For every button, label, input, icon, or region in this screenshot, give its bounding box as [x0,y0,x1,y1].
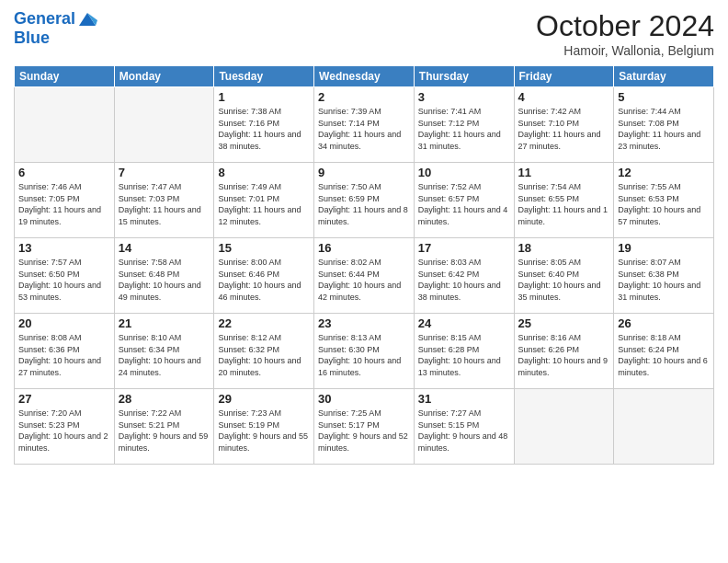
day-info: Sunrise: 7:38 AM Sunset: 7:16 PM Dayligh… [218,106,310,152]
calendar-cell: 12Sunrise: 7:55 AM Sunset: 6:53 PM Dayli… [614,163,714,238]
day-number: 27 [18,392,110,406]
day-info: Sunrise: 8:03 AM Sunset: 6:42 PM Dayligh… [418,257,510,303]
calendar-cell: 26Sunrise: 8:18 AM Sunset: 6:24 PM Dayli… [614,314,714,389]
calendar-cell: 9Sunrise: 7:50 AM Sunset: 6:59 PM Daylig… [314,163,415,238]
calendar-cell: 7Sunrise: 7:47 AM Sunset: 7:03 PM Daylig… [114,163,214,238]
logo: General Blue [14,9,97,48]
day-number: 12 [618,166,710,179]
day-info: Sunrise: 7:22 AM Sunset: 5:21 PM Dayligh… [119,408,210,454]
day-info: Sunrise: 8:05 AM Sunset: 6:40 PM Dayligh… [518,257,610,303]
month-title: October 2024 [536,9,714,43]
day-number: 30 [318,392,410,406]
day-number: 11 [518,166,610,179]
title-block: October 2024 Hamoir, Wallonia, Belgium [536,9,714,58]
day-number: 23 [318,316,410,330]
day-number: 10 [418,166,510,179]
day-number: 9 [318,166,410,179]
day-number: 6 [18,166,110,179]
page: General Blue October 2024 Hamoir, Wallon… [0,0,728,563]
calendar-cell: 18Sunrise: 8:05 AM Sunset: 6:40 PM Dayli… [514,238,614,314]
day-number: 15 [218,241,310,255]
day-info: Sunrise: 8:16 AM Sunset: 6:26 PM Dayligh… [518,332,610,378]
calendar-cell: 8Sunrise: 7:49 AM Sunset: 7:01 PM Daylig… [214,163,314,238]
day-number: 24 [418,316,510,330]
calendar-cell: 30Sunrise: 7:25 AM Sunset: 5:17 PM Dayli… [314,389,415,465]
logo-general: General [14,9,75,28]
logo-blue: Blue [14,29,50,47]
calendar-cell: 28Sunrise: 7:22 AM Sunset: 5:21 PM Dayli… [114,389,214,465]
header-monday: Monday [114,66,214,87]
calendar-cell: 3Sunrise: 7:41 AM Sunset: 7:12 PM Daylig… [414,87,514,163]
day-info: Sunrise: 7:49 AM Sunset: 7:01 PM Dayligh… [218,181,310,227]
day-info: Sunrise: 8:10 AM Sunset: 6:34 PM Dayligh… [119,332,210,378]
day-number: 13 [18,241,110,255]
header-tuesday: Tuesday [214,66,314,87]
day-info: Sunrise: 7:44 AM Sunset: 7:08 PM Dayligh… [618,106,710,152]
location: Hamoir, Wallonia, Belgium [536,43,714,58]
day-info: Sunrise: 7:58 AM Sunset: 6:48 PM Dayligh… [119,257,210,303]
day-info: Sunrise: 7:46 AM Sunset: 7:05 PM Dayligh… [18,181,110,227]
day-info: Sunrise: 8:07 AM Sunset: 6:38 PM Dayligh… [618,257,710,303]
day-number: 14 [119,241,210,255]
day-info: Sunrise: 7:47 AM Sunset: 7:03 PM Dayligh… [119,181,210,227]
calendar-cell: 25Sunrise: 8:16 AM Sunset: 6:26 PM Dayli… [514,314,614,389]
calendar-week-row: 20Sunrise: 8:08 AM Sunset: 6:36 PM Dayli… [15,314,714,389]
calendar-cell: 19Sunrise: 8:07 AM Sunset: 6:38 PM Dayli… [614,238,714,314]
day-number: 31 [418,392,510,406]
logo-icon [77,9,97,29]
day-info: Sunrise: 8:15 AM Sunset: 6:28 PM Dayligh… [418,332,510,378]
calendar-week-row: 13Sunrise: 7:57 AM Sunset: 6:50 PM Dayli… [15,238,714,314]
calendar-cell: 5Sunrise: 7:44 AM Sunset: 7:08 PM Daylig… [614,87,714,163]
header-wednesday: Wednesday [314,66,415,87]
calendar-cell: 11Sunrise: 7:54 AM Sunset: 6:55 PM Dayli… [514,163,614,238]
calendar-cell: 31Sunrise: 7:27 AM Sunset: 5:15 PM Dayli… [414,389,514,465]
day-number: 16 [318,241,410,255]
day-info: Sunrise: 8:08 AM Sunset: 6:36 PM Dayligh… [18,332,110,378]
day-info: Sunrise: 8:13 AM Sunset: 6:30 PM Dayligh… [318,332,410,378]
calendar-week-row: 27Sunrise: 7:20 AM Sunset: 5:23 PM Dayli… [15,389,714,465]
day-number: 28 [119,392,210,406]
calendar-cell [514,389,614,465]
header-saturday: Saturday [614,66,714,87]
day-number: 22 [218,316,310,330]
calendar-table: Sunday Monday Tuesday Wednesday Thursday… [14,65,714,465]
calendar-cell: 4Sunrise: 7:42 AM Sunset: 7:10 PM Daylig… [514,87,614,163]
day-info: Sunrise: 7:54 AM Sunset: 6:55 PM Dayligh… [518,181,610,227]
day-info: Sunrise: 7:55 AM Sunset: 6:53 PM Dayligh… [618,181,710,227]
day-info: Sunrise: 7:57 AM Sunset: 6:50 PM Dayligh… [18,257,110,303]
day-info: Sunrise: 8:18 AM Sunset: 6:24 PM Dayligh… [618,332,710,378]
calendar-cell: 15Sunrise: 8:00 AM Sunset: 6:46 PM Dayli… [214,238,314,314]
calendar-cell: 22Sunrise: 8:12 AM Sunset: 6:32 PM Dayli… [214,314,314,389]
calendar-cell: 23Sunrise: 8:13 AM Sunset: 6:30 PM Dayli… [314,314,415,389]
day-info: Sunrise: 7:20 AM Sunset: 5:23 PM Dayligh… [18,408,110,454]
day-info: Sunrise: 8:02 AM Sunset: 6:44 PM Dayligh… [318,257,410,303]
day-number: 19 [618,241,710,255]
calendar-cell: 27Sunrise: 7:20 AM Sunset: 5:23 PM Dayli… [15,389,115,465]
day-number: 8 [218,166,310,179]
day-number: 20 [18,316,110,330]
day-info: Sunrise: 8:00 AM Sunset: 6:46 PM Dayligh… [218,257,310,303]
day-info: Sunrise: 7:41 AM Sunset: 7:12 PM Dayligh… [418,106,510,152]
day-number: 1 [218,90,310,104]
day-number: 2 [318,90,410,104]
day-info: Sunrise: 7:27 AM Sunset: 5:15 PM Dayligh… [418,408,510,454]
header-sunday: Sunday [15,66,115,87]
day-number: 26 [618,316,710,330]
calendar-cell: 1Sunrise: 7:38 AM Sunset: 7:16 PM Daylig… [214,87,314,163]
day-number: 7 [119,166,210,179]
calendar-cell: 2Sunrise: 7:39 AM Sunset: 7:14 PM Daylig… [314,87,415,163]
day-info: Sunrise: 7:42 AM Sunset: 7:10 PM Dayligh… [518,106,610,152]
calendar-cell [15,87,115,163]
day-info: Sunrise: 7:23 AM Sunset: 5:19 PM Dayligh… [218,408,310,454]
calendar-cell: 16Sunrise: 8:02 AM Sunset: 6:44 PM Dayli… [314,238,415,314]
day-number: 21 [119,316,210,330]
calendar-cell: 6Sunrise: 7:46 AM Sunset: 7:05 PM Daylig… [15,163,115,238]
header-thursday: Thursday [414,66,514,87]
header-friday: Friday [514,66,614,87]
day-info: Sunrise: 7:25 AM Sunset: 5:17 PM Dayligh… [318,408,410,454]
day-number: 5 [618,90,710,104]
logo-text: General Blue [14,9,97,48]
calendar-cell: 24Sunrise: 8:15 AM Sunset: 6:28 PM Dayli… [414,314,514,389]
calendar-week-row: 6Sunrise: 7:46 AM Sunset: 7:05 PM Daylig… [15,163,714,238]
day-info: Sunrise: 7:50 AM Sunset: 6:59 PM Dayligh… [318,181,410,227]
